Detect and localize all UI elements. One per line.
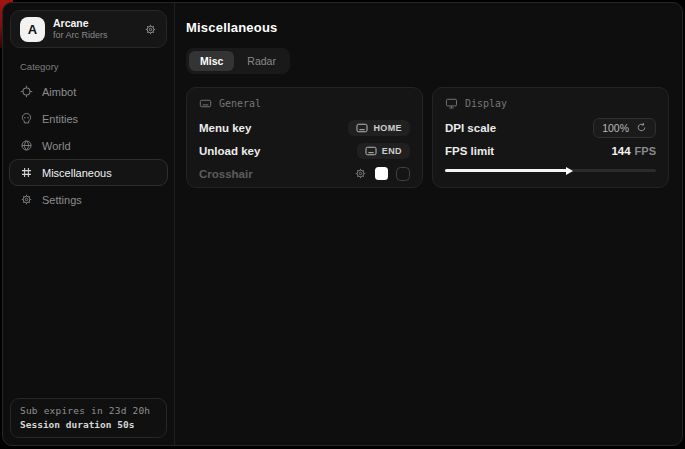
refresh-icon[interactable] <box>636 122 647 133</box>
crosshair-label: Crosshair <box>199 168 253 180</box>
general-card-title: General <box>219 98 261 109</box>
category-label: Category <box>20 61 174 72</box>
monitor-icon <box>445 97 458 110</box>
unload-key-row: Unload key END <box>199 139 410 162</box>
settings-cards: General Menu key HOME <box>186 87 669 188</box>
display-card-title: Display <box>465 98 507 109</box>
sidebar-item-settings[interactable]: Settings <box>9 186 168 213</box>
arcane-menu-window: A Arcane for Arc Riders Category <box>2 2 683 446</box>
unload-keybind-button[interactable]: END <box>357 143 410 159</box>
key-icon <box>356 123 368 133</box>
page-title: Miscellaneous <box>186 20 669 35</box>
display-card-header: Display <box>445 97 656 110</box>
dpi-scale-value: 100% <box>602 122 629 134</box>
crosshair-checkbox[interactable] <box>396 167 410 181</box>
unload-key-label: Unload key <box>199 145 260 157</box>
brand-gear-icon[interactable] <box>144 23 157 36</box>
fps-number: 144 <box>611 145 630 157</box>
key-icon <box>365 146 377 156</box>
sidebar-item-label: World <box>42 140 71 152</box>
display-card: Display DPI scale 100% <box>432 87 669 188</box>
dpi-scale-row: DPI scale 100% <box>445 116 656 139</box>
crosshair-icon <box>20 85 33 98</box>
general-card: General Menu key HOME <box>186 87 423 188</box>
sidebar-item-label: Entities <box>42 113 78 125</box>
subscription-info-card: Sub expires in 23d 20h Session duration … <box>10 398 167 438</box>
sidebar-item-aimbot[interactable]: Aimbot <box>9 78 168 105</box>
skull-icon <box>20 112 33 125</box>
menu-keybind-button[interactable]: HOME <box>348 120 410 136</box>
sidebar-nav: Aimbot Entities <box>3 78 174 213</box>
sidebar-item-label: Miscellaneous <box>42 167 112 179</box>
tab-group: Misc Radar <box>186 48 290 74</box>
dpi-scale-label: DPI scale <box>445 122 496 134</box>
screen: A Arcane for Arc Riders Category <box>0 0 685 449</box>
brand-subtitle: for Arc Riders <box>53 30 108 41</box>
sidebar: A Arcane for Arc Riders Category <box>3 3 175 445</box>
fps-limit-label: FPS limit <box>445 145 494 157</box>
fps-unit: FPS <box>635 145 656 157</box>
globe-icon <box>20 139 33 152</box>
grid-icon <box>20 166 33 179</box>
menu-key-value: HOME <box>373 123 402 133</box>
sidebar-item-world[interactable]: World <box>9 132 168 159</box>
crosshair-row: Crosshair <box>199 162 410 185</box>
general-card-header: General <box>199 97 410 110</box>
crosshair-settings-gear-icon[interactable] <box>354 167 367 180</box>
menu-key-label: Menu key <box>199 122 251 134</box>
dpi-scale-control[interactable]: 100% <box>593 118 656 138</box>
brand-title: Arcane <box>53 17 108 30</box>
sidebar-item-entities[interactable]: Entities <box>9 105 168 132</box>
menu-key-row: Menu key HOME <box>199 116 410 139</box>
fps-slider-thumb[interactable] <box>566 167 573 175</box>
sidebar-item-label: Aimbot <box>42 86 76 98</box>
sidebar-item-label: Settings <box>42 194 82 206</box>
tab-radar[interactable]: Radar <box>236 51 287 71</box>
fps-slider[interactable] <box>445 169 656 172</box>
gear-icon <box>20 193 33 206</box>
main-content: Miscellaneous Misc Radar <box>175 3 682 445</box>
crosshair-color-swatch[interactable] <box>375 167 388 180</box>
brand-text: Arcane for Arc Riders <box>53 17 108 41</box>
fps-limit-row: FPS limit 144 FPS <box>445 139 656 162</box>
arcane-logo: A <box>20 17 45 42</box>
session-duration-text: Session duration 50s <box>20 419 157 430</box>
crosshair-controls <box>354 167 410 181</box>
sub-expires-text: Sub expires in 23d 20h <box>20 405 157 416</box>
brand-card: A Arcane for Arc Riders <box>10 10 167 48</box>
tab-misc[interactable]: Misc <box>189 51 234 71</box>
keyboard-icon <box>199 97 212 110</box>
fps-slider-fill <box>445 169 567 172</box>
fps-limit-value: 144 FPS <box>611 145 656 157</box>
sidebar-item-miscellaneous[interactable]: Miscellaneous <box>9 159 168 186</box>
unload-key-value: END <box>382 146 402 156</box>
